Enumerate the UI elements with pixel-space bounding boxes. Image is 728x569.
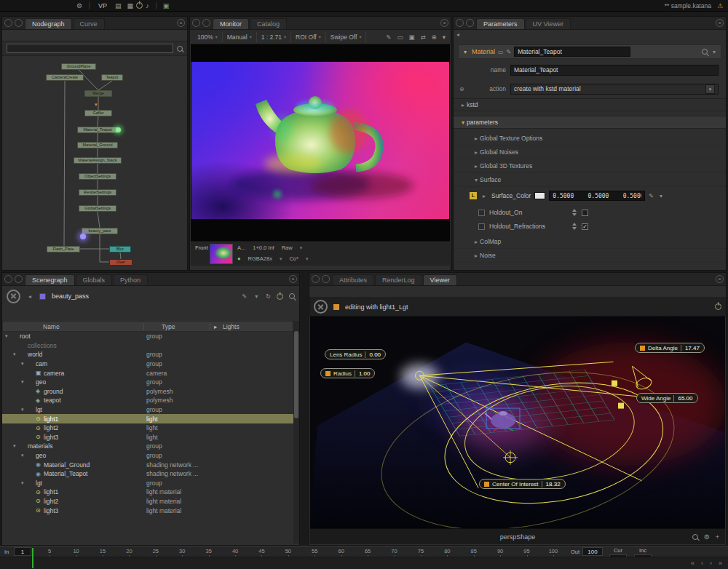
settings-gear-icon[interactable]: ⚙	[704, 533, 710, 541]
value-stepper[interactable]	[572, 223, 577, 230]
node-link-icon[interactable]: ▭	[498, 49, 504, 55]
collapse-icon[interactable]: ▾	[472, 177, 480, 183]
holdout-on-checkbox[interactable]	[582, 210, 588, 216]
expander-icon[interactable]: ▾	[21, 480, 28, 486]
front-buffer-info-row2[interactable]: ●RGBA28x▾Co*▾	[237, 255, 308, 262]
nodegraph-node[interactable]: CameraCreate	[46, 74, 84, 81]
expander-icon[interactable]: ▾	[13, 443, 20, 449]
expand-icon[interactable]: ▸	[472, 163, 480, 170]
scenegraph-row[interactable]: ▾ materials group	[2, 442, 293, 451]
more-icon[interactable]: ▾	[440, 33, 448, 41]
render-icon[interactable]: ▣	[160, 2, 173, 9]
name-column-header[interactable]: Name	[43, 323, 60, 330]
snapshot-icon[interactable]: ▤	[112, 2, 124, 9]
surface-color-values[interactable]	[549, 191, 645, 201]
step-forward-icon[interactable]: ›	[710, 560, 712, 567]
scenegraph-row[interactable]: ▾ geo group	[2, 451, 293, 461]
pane-split-icon[interactable]	[202, 19, 210, 27]
nodegraph-node[interactable]: GlobalSettings	[79, 205, 116, 212]
lights-column-header[interactable]: Lights	[223, 323, 240, 330]
scenegraph-row[interactable]: light3 light material	[2, 506, 293, 515]
name-input[interactable]	[510, 65, 719, 76]
copy-icon[interactable]: ▣	[406, 33, 416, 41]
scenegraph-row[interactable]: ▾ cam group	[2, 359, 293, 369]
pane-menu-icon[interactable]	[456, 19, 464, 27]
scenegraph-row[interactable]: ▾ root group	[2, 332, 293, 341]
scenegraph-row[interactable]: teapot polymesh	[2, 396, 293, 405]
close-icon[interactable]: ×	[716, 275, 724, 283]
expression-pencil-icon[interactable]: ✎	[649, 193, 654, 199]
nodegraph-node[interactable]: GroundPlane	[61, 63, 96, 70]
pane-menu-icon[interactable]	[4, 275, 12, 283]
live-update-icon[interactable]	[715, 303, 721, 310]
nodegraph-node[interactable]: Material_Teapot	[77, 127, 118, 133]
expand-icon[interactable]: ▸	[459, 102, 467, 108]
manipulator-value-label[interactable]: Delta Angle 17.47	[635, 343, 705, 353]
history-back-icon[interactable]: ◂	[26, 293, 33, 300]
pane-menu-icon[interactable]	[4, 19, 12, 27]
add-icon[interactable]: +	[716, 533, 719, 541]
node-search-input[interactable]	[7, 44, 173, 53]
panel-tab[interactable]: Globals	[76, 274, 113, 285]
scenegraph-row[interactable]: Material_Ground shading network ...	[2, 460, 293, 469]
panel-tab[interactable]: Viewer	[423, 274, 457, 285]
colmap-group-row[interactable]: ▸ ColMap	[454, 235, 726, 249]
edit-mode-icon[interactable]: ✎	[242, 293, 248, 300]
edit-mode-arrow-icon[interactable]: ▾	[253, 293, 260, 300]
pane-split-icon[interactable]	[322, 275, 330, 283]
toolbar-dropdown[interactable]: ROI Off	[291, 32, 326, 42]
rendered-image[interactable]	[191, 62, 449, 219]
panel-tab[interactable]: Curve	[73, 18, 105, 29]
collapse-icon[interactable]: ▾	[459, 119, 467, 126]
pane-split-icon[interactable]	[15, 19, 23, 27]
nodegraph-node[interactable]: Material_Ground	[77, 142, 118, 148]
pane-split-icon[interactable]	[466, 19, 474, 27]
scenegraph-row[interactable]: ▾ geo group	[2, 378, 293, 387]
nodegraph-node[interactable]: ObjectSettings	[79, 173, 116, 180]
audio-icon[interactable]: ♪	[143, 2, 152, 9]
panel-tab[interactable]: Python	[113, 274, 148, 285]
pane-menu-icon[interactable]	[192, 19, 200, 27]
pencil-icon[interactable]: ✎	[384, 33, 393, 41]
pane-split-icon[interactable]	[15, 275, 23, 283]
scenegraph-row[interactable]: ▾ lgt group	[2, 479, 293, 488]
toolbar-dropdown[interactable]: Swipe Off	[326, 32, 367, 42]
close-icon[interactable]: ×	[289, 275, 297, 283]
toolbar-dropdown[interactable]: Manual	[223, 32, 257, 42]
parameter-group-row[interactable]: ▸ Global Texture Options	[454, 132, 726, 146]
parameter-group-row[interactable]: ▸ Global Noises	[454, 146, 726, 159]
gear-icon[interactable]: ⚙	[74, 2, 85, 9]
state-badge-icon[interactable]	[478, 210, 485, 216]
expand-icon[interactable]: ▸	[472, 239, 480, 245]
manipulator-value-label[interactable]: Center Of Interest 18.32	[479, 479, 566, 489]
manipulator-value-label[interactable]: Radius 1.00	[320, 368, 375, 378]
history-back-icon[interactable]: ◂	[456, 31, 459, 38]
scenegraph-row[interactable]: light2 light	[2, 423, 293, 433]
expander-icon[interactable]: ▾	[21, 407, 28, 413]
expander-icon[interactable]: ▾	[21, 379, 28, 385]
crosshair-icon[interactable]: ⊕	[430, 33, 439, 41]
scenegraph-row[interactable]: light2 light material	[2, 497, 293, 506]
out-frame-input[interactable]	[582, 547, 603, 556]
expand-icon[interactable]: ▸	[472, 252, 480, 259]
viewer-3d-viewport[interactable]: Lens Radius 0.00 Radius 1.00 Delta Angle…	[310, 317, 725, 529]
node-edit-icon[interactable]: ✎	[507, 49, 512, 55]
nodegraph-node[interactable]: Flash_Plate	[47, 246, 80, 252]
jump-end-icon[interactable]: »	[719, 560, 722, 567]
expand-icon[interactable]: ▸	[472, 135, 480, 142]
surface-group-row[interactable]: ▾ Surface	[454, 173, 726, 187]
collapse-triangle-icon[interactable]: ▾	[462, 49, 469, 55]
display-icon[interactable]: ▦	[124, 2, 137, 9]
value-menu-icon[interactable]: ▾	[657, 193, 665, 199]
node-name-display[interactable]	[514, 47, 630, 57]
power-icon[interactable]	[277, 293, 283, 300]
front-buffer-info-row1[interactable]: A...1+0.0 InfRaw▾	[237, 244, 302, 251]
power-icon[interactable]	[136, 2, 143, 9]
timeline-track[interactable]	[0, 557, 728, 569]
holdout-refractions-checkbox[interactable]: ✓	[582, 223, 588, 230]
expand-icon[interactable]: ▸	[480, 193, 488, 199]
nodegraph-node[interactable]: Merge	[84, 90, 112, 97]
state-badge-icon[interactable]	[478, 223, 485, 230]
scenegraph-row[interactable]: Material_Teapot shading network ...	[2, 469, 293, 479]
nodegraph-node[interactable]: Over	[109, 259, 132, 266]
